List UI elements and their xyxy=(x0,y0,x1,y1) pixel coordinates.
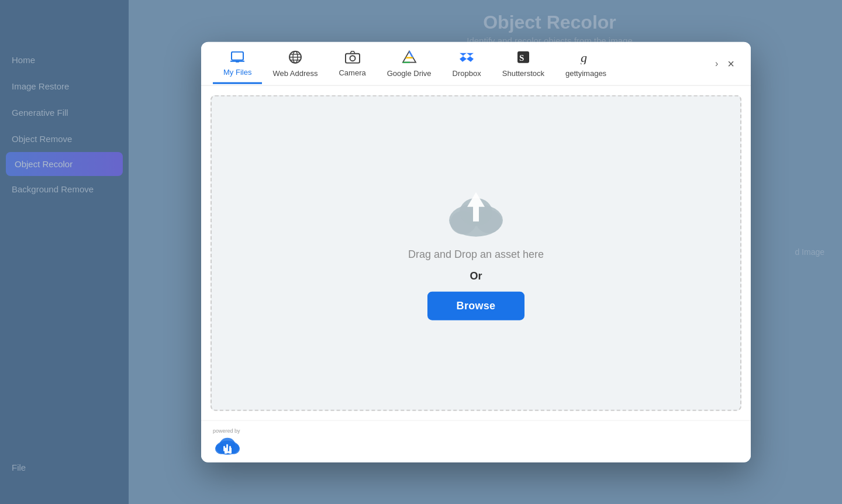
filepicker-logo: powered by xyxy=(213,428,242,455)
tab-gettyimages-label: gettyimages xyxy=(565,69,606,78)
tab-dropbox[interactable]: Dropbox xyxy=(442,42,492,85)
tab-shutterstock[interactable]: S Shutterstock xyxy=(492,42,555,85)
shutterstock-icon: S xyxy=(516,50,530,67)
camera-icon xyxy=(345,51,360,66)
svg-rect-29 xyxy=(226,451,230,453)
modal-tabs: My Files Web Address xyxy=(201,42,751,86)
tab-google-drive-label: Google Drive xyxy=(387,69,432,78)
tab-camera[interactable]: Camera xyxy=(328,43,376,85)
drag-drop-text: Drag and Drop an asset here xyxy=(408,248,544,260)
modal-footer: powered by xyxy=(201,420,751,462)
svg-line-10 xyxy=(409,51,413,58)
svg-rect-32 xyxy=(229,446,231,451)
svg-marker-14 xyxy=(467,53,474,62)
tab-my-files[interactable]: My Files xyxy=(213,43,262,84)
svg-marker-9 xyxy=(403,51,416,63)
browse-button[interactable]: Browse xyxy=(427,291,525,320)
svg-point-8 xyxy=(350,56,355,61)
svg-text:g: g xyxy=(581,50,587,64)
globe-icon xyxy=(288,50,302,67)
modal-close-button[interactable]: × xyxy=(723,52,739,75)
svg-rect-7 xyxy=(346,54,360,63)
laptop-icon xyxy=(230,51,244,65)
svg-marker-13 xyxy=(460,53,467,62)
svg-rect-0 xyxy=(232,52,243,60)
tab-camera-label: Camera xyxy=(339,68,365,77)
tab-shutterstock-label: Shutterstock xyxy=(502,69,544,78)
google-drive-icon xyxy=(402,50,417,67)
tab-web-address-label: Web Address xyxy=(272,69,318,78)
drop-zone[interactable]: Drag and Drop an asset here Or Browse xyxy=(210,95,741,411)
or-text: Or xyxy=(470,270,482,282)
svg-rect-31 xyxy=(226,444,228,451)
gettyimages-icon: g xyxy=(579,50,593,67)
tab-web-address[interactable]: Web Address xyxy=(262,42,328,85)
svg-rect-30 xyxy=(223,446,225,451)
tabs-chevron-icon[interactable]: › xyxy=(710,53,723,75)
svg-rect-1 xyxy=(236,61,239,63)
svg-text:S: S xyxy=(519,53,524,63)
upload-cloud-icon xyxy=(441,186,511,239)
upload-modal: My Files Web Address xyxy=(201,42,751,462)
powered-by-label: powered by xyxy=(213,428,240,435)
dropbox-icon xyxy=(459,50,474,67)
filestack-logo-icon xyxy=(213,434,242,455)
tab-my-files-label: My Files xyxy=(223,68,251,77)
tab-google-drive[interactable]: Google Drive xyxy=(377,42,442,85)
tab-dropbox-label: Dropbox xyxy=(453,69,481,78)
tab-gettyimages[interactable]: g gettyimages xyxy=(555,42,617,85)
